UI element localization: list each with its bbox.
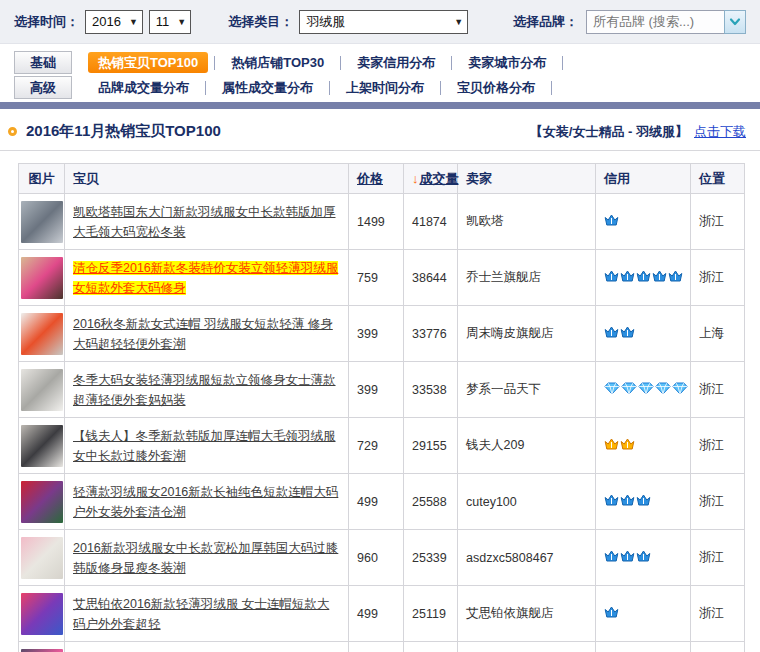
brand-dropdown-button[interactable] <box>724 10 746 34</box>
product-title-link[interactable]: 艾思铂依2016新款轻薄羽绒服 女士连帽短款大码户外外套超轻 <box>73 597 329 631</box>
credit-cell <box>596 418 691 474</box>
credit-cell <box>596 362 691 418</box>
advanced-group-label: 高级 <box>14 76 72 99</box>
breadcrumb: 【女装/女士精品 - 羽绒服】 <box>530 123 688 141</box>
item-cell: 冬季大码女装轻薄羽绒服短款立领修身女士薄款超薄轻便外套妈妈装 <box>65 362 349 418</box>
month-select[interactable]: 11 ▼ <box>149 10 191 34</box>
price-cell: 960 <box>349 530 404 586</box>
credit-cell <box>596 586 691 642</box>
time-filter-label: 选择时间： <box>14 13 79 31</box>
tab-advanced-0[interactable]: 品牌成交量分布 <box>82 79 205 97</box>
tab-basic-3[interactable]: 卖家城市分布 <box>452 54 562 72</box>
product-thumbnail[interactable] <box>21 537 63 579</box>
location-cell: 浙江 <box>691 250 745 306</box>
price-cell: 759 <box>349 250 404 306</box>
category-select[interactable]: 羽绒服 ▼ <box>299 10 468 34</box>
tab-advanced-2[interactable]: 上架时间分布 <box>330 79 440 97</box>
year-select-value: 2016 <box>92 14 121 29</box>
sales-sort-link[interactable]: 成交量 <box>420 171 459 186</box>
top100-table: 图片 宝贝 价格 ↓成交量 卖家 信用 位置 凯欧塔韩国东大门新款羽绒服女中长款… <box>18 163 745 652</box>
category-select-value: 羽绒服 <box>306 13 345 31</box>
tab-basic-1[interactable]: 热销店铺TOP30 <box>215 54 340 72</box>
basic-tab-list: 热销宝贝TOP100热销店铺TOP30卖家信用分布卖家城市分布 <box>82 52 563 73</box>
year-select[interactable]: 2016 ▼ <box>85 10 143 34</box>
product-title-link[interactable]: 【钱夫人】冬季新款韩版加厚连帽大毛领羽绒服女中长款过膝外套潮 <box>73 429 336 463</box>
tabs-area: 基础 热销宝贝TOP100热销店铺TOP30卖家信用分布卖家城市分布 高级 品牌… <box>0 50 760 100</box>
col-header-sales[interactable]: ↓成交量 <box>404 164 458 194</box>
tab-advanced-3[interactable]: 宝贝价格分布 <box>441 79 551 97</box>
diamond-blue-icon <box>621 382 637 398</box>
price-sort-link[interactable]: 价格 <box>357 171 383 186</box>
item-cell: 清仓反季2016新款冬装特价女装立领轻薄羽绒服女短款外套大码修身 <box>65 250 349 306</box>
section-divider-bar <box>0 102 760 109</box>
location-cell: 浙江 <box>691 418 745 474</box>
tab-basic-0[interactable]: 热销宝贝TOP100 <box>88 52 208 73</box>
credit-cell <box>596 250 691 306</box>
thumb-cell <box>19 530 65 586</box>
table-row: 清仓反季2016新款冬装特价女装立领轻薄羽绒服女短款外套大码修身 759 386… <box>19 250 745 306</box>
sales-cell: 38644 <box>404 250 458 306</box>
col-header-price[interactable]: 价格 <box>349 164 404 194</box>
category-filter-label: 选择类目： <box>228 13 293 31</box>
chevron-down-icon <box>729 17 741 27</box>
brand-filter-label: 选择品牌： <box>513 13 578 31</box>
seller-cell: cutey100 <box>458 474 596 530</box>
product-thumbnail[interactable] <box>21 593 63 635</box>
brand-search-input[interactable] <box>586 10 724 34</box>
filter-bar: 选择时间： 2016 ▼ 11 ▼ 选择类目： 羽绒服 ▼ 选择品牌： <box>0 0 760 44</box>
price-cell: 399 <box>349 362 404 418</box>
dropdown-arrow-icon: ▼ <box>454 17 463 27</box>
crown-blue-icon <box>636 494 651 510</box>
product-title-link[interactable]: 轻薄款羽绒服女2016新款长袖纯色短款连帽大码户外女装外套清仓潮 <box>73 485 338 519</box>
table-row: 【钱夫人】冬季新款韩版加厚连帽大毛领羽绒服女中长款过膝外套潮 729 29155… <box>19 418 745 474</box>
price-cell <box>349 642 404 652</box>
product-thumbnail[interactable] <box>21 257 63 299</box>
tab-advanced-1[interactable]: 属性成交量分布 <box>206 79 329 97</box>
product-thumbnail[interactable] <box>21 481 63 523</box>
table-row: 艾思铂依2016新款轻薄羽绒服 女士连帽短款大码户外外套超轻 499 25119… <box>19 586 745 642</box>
item-cell: 2016秋冬新款女式连帽 羽绒服女短款轻薄 修身大码超轻轻便外套潮 <box>65 306 349 362</box>
top100-table-wrap: 图片 宝贝 价格 ↓成交量 卖家 信用 位置 凯欧塔韩国东大门新款羽绒服女中长款… <box>18 163 744 652</box>
credit-cell <box>596 642 691 652</box>
location-cell: 浙江 <box>691 194 745 250</box>
product-thumbnail[interactable] <box>21 313 63 355</box>
product-title-link[interactable]: 2016新款羽绒服女中长款宽松加厚韩国大码过膝韩版修身显瘦冬装潮 <box>73 541 338 575</box>
sales-cell: 33776 <box>404 306 458 362</box>
sort-descending-icon: ↓ <box>412 171 419 186</box>
brand-combobox <box>586 10 746 34</box>
product-title-link[interactable]: 清仓反季2016新款冬装特价女装立领轻薄羽绒服女短款外套大码修身 <box>73 261 338 295</box>
seller-cell <box>458 642 596 652</box>
item-cell: 2016新款羽绒服女中长款宽松加厚韩国大码过膝韩版修身显瘦冬装潮 <box>65 530 349 586</box>
product-title-link[interactable]: 冬季大码女装轻薄羽绒服短款立领修身女士薄款超薄轻便外套妈妈装 <box>73 373 336 407</box>
location-cell: 浙江 <box>691 586 745 642</box>
table-row: 2016秋冬新款女式连帽 羽绒服女短款轻薄 修身大码超轻轻便外套潮 399 33… <box>19 306 745 362</box>
crown-gold-icon <box>604 438 619 454</box>
crown-blue-icon <box>620 550 635 566</box>
thumb-cell <box>19 642 65 652</box>
product-thumbnail[interactable] <box>21 201 63 243</box>
thumb-cell <box>19 362 65 418</box>
tab-basic-2[interactable]: 卖家信用分布 <box>341 54 451 72</box>
table-header-row: 图片 宝贝 价格 ↓成交量 卖家 信用 位置 <box>19 164 745 194</box>
sales-cell: 25119 <box>404 586 458 642</box>
download-link[interactable]: 点击下载 <box>694 123 746 141</box>
product-thumbnail[interactable] <box>21 369 63 411</box>
thumb-cell <box>19 194 65 250</box>
product-title-link[interactable]: 凯欧塔韩国东大门新款羽绒服女中长款韩版加厚大毛领大码宽松冬装 <box>73 205 336 239</box>
seller-cell: 凯欧塔 <box>458 194 596 250</box>
location-cell: 浙江 <box>691 362 745 418</box>
crown-blue-icon <box>604 550 619 566</box>
thumb-cell <box>19 418 65 474</box>
sales-cell: 25339 <box>404 530 458 586</box>
crown-blue-icon <box>636 550 651 566</box>
credit-cell <box>596 474 691 530</box>
item-cell: 轻薄款羽绒服女2016新款长袖纯色短款连帽大码户外女装外套清仓潮 <box>65 474 349 530</box>
sales-cell: 29155 <box>404 418 458 474</box>
price-cell: 729 <box>349 418 404 474</box>
item-cell: 茄田2016新款韩版修身轻薄反季清仓羽绒服女短款连 <box>65 642 349 652</box>
page-title: 2016年11月热销宝贝TOP100 <box>26 122 221 141</box>
product-thumbnail[interactable] <box>21 425 63 467</box>
seller-cell: 乔士兰旗舰店 <box>458 250 596 306</box>
product-thumbnail[interactable] <box>21 649 63 652</box>
product-title-link[interactable]: 2016秋冬新款女式连帽 羽绒服女短款轻薄 修身大码超轻轻便外套潮 <box>73 317 333 351</box>
